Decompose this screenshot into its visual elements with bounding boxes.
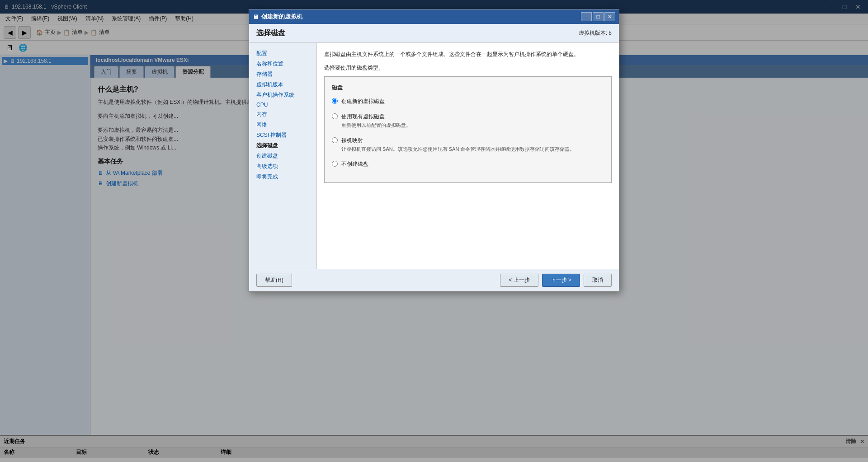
back-step-btn[interactable]: < 上一步	[500, 274, 538, 287]
dialog-minimize-btn[interactable]: ─	[581, 12, 592, 21]
dialog-titlebar: 🖥 创建新的虚拟机 ─ □ ✕	[249, 9, 619, 24]
dialog-header: 选择磁盘 虚拟机版本: 8	[249, 24, 619, 43]
radio-nodisk-label: 不创建磁盘	[341, 160, 368, 168]
nav-create-disk[interactable]: 创建磁盘	[249, 151, 316, 161]
radio-rdm-label: 裸机映射 让虚拟机直接访问 SAN。该选项允许您使用现有 SAN 命令管理存储器…	[341, 136, 575, 153]
radio-existing-label: 使用现有虚拟磁盘 重新使用以前配置的虚拟磁盘。	[341, 112, 411, 129]
dialog-step-title: 选择磁盘	[256, 28, 285, 38]
dialog-nav: 配置 名称和位置 存储器 虚拟机版本 客户机操作系统 CPU 内存 网络 SCS…	[249, 43, 317, 269]
dialog-close-btn[interactable]: ✕	[604, 12, 615, 21]
dialog-footer: 帮助(H) < 上一步 下一步 > 取消	[249, 269, 619, 291]
dialog-overlay: 🖥 创建新的虚拟机 ─ □ ✕ 选择磁盘 虚拟机版本: 8 配置 名称和位置 存…	[0, 0, 868, 462]
nav-scsi[interactable]: SCSI 控制器	[249, 130, 316, 140]
dialog-title-controls: ─ □ ✕	[581, 12, 615, 21]
nav-select-disk[interactable]: 选择磁盘	[249, 140, 316, 151]
nav-finish[interactable]: 即将完成	[249, 172, 316, 182]
disk-option-nodisk: 不创建磁盘	[332, 160, 604, 168]
radio-nodisk[interactable]	[332, 161, 338, 167]
help-btn[interactable]: 帮助(H)	[256, 274, 292, 287]
nav-vm-version[interactable]: 虚拟机版本	[249, 79, 316, 90]
dialog-title-text: 创建新的虚拟机	[261, 13, 302, 21]
dialog-vm-version: 虚拟机版本: 8	[579, 29, 612, 37]
nav-name[interactable]: 名称和位置	[249, 59, 316, 69]
dialog-description: 虚拟磁盘由主机文件系统上的一个或多个文件组成。这些文件合在一起显示为客户机操作系…	[324, 50, 612, 59]
nav-memory[interactable]: 内存	[249, 109, 316, 120]
next-step-btn[interactable]: 下一步 >	[542, 274, 580, 287]
dialog-title-left: 🖥 创建新的虚拟机	[253, 13, 302, 21]
disk-options-box: 磁盘 创建新的虚拟磁盘 使用现有虚拟磁盘 重新使用以前配置的虚拟磁盘。	[324, 76, 612, 183]
disk-box-title: 磁盘	[332, 84, 604, 92]
footer-right: < 上一步 下一步 > 取消	[500, 274, 612, 287]
dialog-prompt: 选择要使用的磁盘类型。	[324, 64, 612, 72]
radio-rdm[interactable]	[332, 137, 338, 143]
create-vm-dialog: 🖥 创建新的虚拟机 ─ □ ✕ 选择磁盘 虚拟机版本: 8 配置 名称和位置 存…	[249, 9, 619, 292]
nav-config[interactable]: 配置	[249, 48, 316, 59]
nav-network[interactable]: 网络	[249, 120, 316, 130]
radio-new-label: 创建新的虚拟磁盘	[341, 97, 385, 105]
dialog-body: 配置 名称和位置 存储器 虚拟机版本 客户机操作系统 CPU 内存 网络 SCS…	[249, 43, 619, 269]
radio-existing[interactable]	[332, 113, 338, 119]
disk-option-rdm: 裸机映射 让虚拟机直接访问 SAN。该选项允许您使用现有 SAN 命令管理存储器…	[332, 136, 604, 153]
cancel-btn[interactable]: 取消	[584, 274, 612, 287]
nav-cpu[interactable]: CPU	[249, 100, 316, 109]
nav-storage[interactable]: 存储器	[249, 69, 316, 79]
disk-option-new: 创建新的虚拟磁盘	[332, 97, 604, 105]
dialog-maximize-btn[interactable]: □	[593, 12, 604, 21]
nav-guest-os[interactable]: 客户机操作系统	[249, 90, 316, 100]
disk-option-existing: 使用现有虚拟磁盘 重新使用以前配置的虚拟磁盘。	[332, 112, 604, 129]
radio-new[interactable]	[332, 98, 338, 104]
footer-left: 帮助(H)	[256, 274, 292, 287]
nav-advanced[interactable]: 高级选项	[249, 161, 316, 172]
dialog-icon: 🖥	[253, 14, 259, 20]
dialog-content: 虚拟磁盘由主机文件系统上的一个或多个文件组成。这些文件合在一起显示为客户机操作系…	[317, 43, 619, 269]
